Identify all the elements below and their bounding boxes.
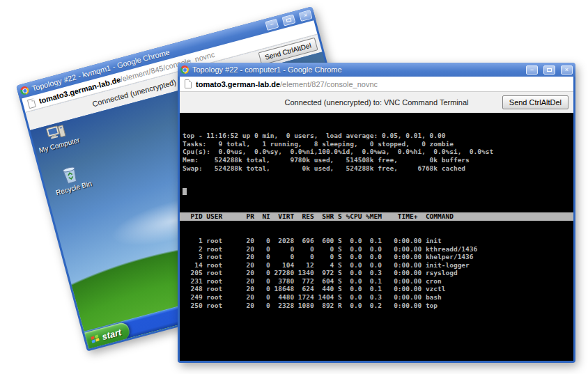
- start-button-label: start: [101, 327, 123, 342]
- page-icon: [185, 79, 192, 88]
- front-window-title: Topology #22 - computer1 - Google Chrome: [192, 65, 520, 74]
- maximize-icon[interactable]: [543, 65, 555, 75]
- front-address-bar[interactable]: tomato3.german-lab.de/element/827/consol…: [180, 77, 573, 92]
- front-connection-status: Connected (unencrypted) to: VNC Command …: [285, 98, 469, 107]
- vnc-terminal-screen[interactable]: top - 11:16:52 up 0 min, 0 users, load a…: [180, 113, 573, 361]
- minimize-icon[interactable]: −: [265, 18, 279, 30]
- start-button[interactable]: start: [84, 321, 131, 349]
- minimize-icon[interactable]: −: [526, 65, 538, 75]
- terminal-table-header: PID USER PR NI VIRT RES SHR S %CPU %MEM …: [180, 212, 573, 221]
- front-url-path: /element/827/console_novnc: [280, 80, 378, 88]
- front-url-domain: tomato3.german-lab.de: [196, 80, 280, 88]
- front-window-titlebar[interactable]: Topology #22 - computer1 - Google Chrome…: [178, 63, 575, 77]
- front-vnc-statusbar: Connected (unencrypted) to: VNC Command …: [180, 92, 573, 113]
- recycle-bin-icon[interactable]: Recycle Bin: [47, 161, 96, 198]
- page-icon: [27, 98, 36, 109]
- chrome-logo-icon: [20, 86, 30, 96]
- close-icon[interactable]: ×: [561, 65, 573, 75]
- terminal-summary-lines: top - 11:16:52 up 0 min, 0 users, load a…: [180, 132, 573, 172]
- terminal-cursor-line: [180, 188, 573, 196]
- front-url: tomato3.german-lab.de/element/827/consol…: [196, 80, 378, 88]
- close-icon[interactable]: ×: [299, 10, 313, 22]
- maximize-icon[interactable]: [281, 14, 295, 26]
- terminal-process-rows: 1 root 20 0 2028 696 600 S 0.0 0.1 0:00.…: [180, 237, 573, 309]
- terminal-cursor: [183, 188, 187, 195]
- front-send-ctrlaltdel-button[interactable]: Send CtrlAltDel: [502, 95, 568, 109]
- front-browser-window: Topology #22 - computer1 - Google Chrome…: [178, 63, 575, 363]
- windows-flag-icon: [91, 334, 100, 343]
- chrome-logo-icon: [180, 65, 189, 74]
